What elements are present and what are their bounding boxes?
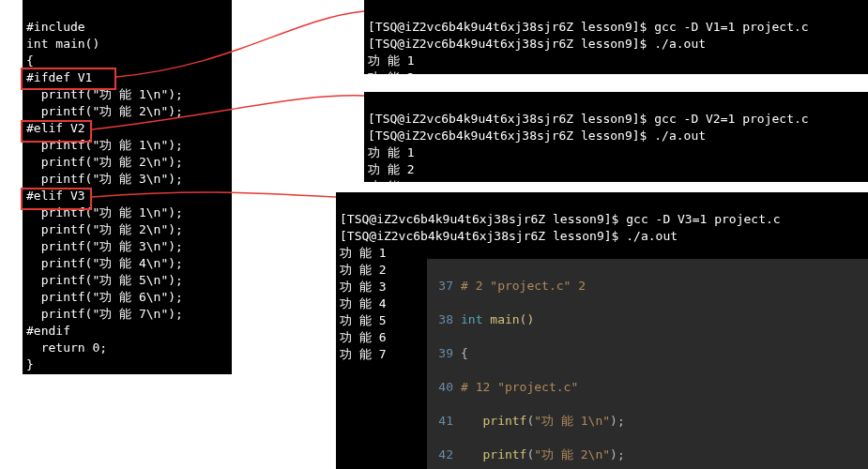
output-line: 功 能 2 <box>368 162 414 176</box>
command: ./a.out <box>654 129 706 143</box>
output-line: 功 能 1 <box>368 145 414 159</box>
output-line: 功 能 2 <box>340 263 386 277</box>
command: gcc -D V2=1 project.c <box>654 112 808 126</box>
command: ./a.out <box>654 37 706 51</box>
editor-line: 38int main() <box>427 311 868 328</box>
source-code-panel: #include int main() { #ifdef V1 printf("… <box>23 0 232 374</box>
prompt: [TSQ@iZ2vc6b4k9u4t6xj38sjr6Z lesson9]$ <box>340 229 626 243</box>
output-line: 功 能 5 <box>340 313 386 327</box>
output-line: 功 能 7 <box>340 347 386 361</box>
output-line: 功 能 2 <box>368 70 414 84</box>
command: gcc -D V3=1 project.c <box>626 212 780 226</box>
prompt: [TSQ@iZ2vc6b4k9u4t6xj38sjr6Z lesson9]$ <box>368 37 654 51</box>
preprocessed-editor: 37# 2 "project.c" 2 38int main() 39{ 40#… <box>427 259 868 469</box>
output-line: 功 能 3 <box>368 179 414 193</box>
output-line: 功 能 4 <box>340 296 386 310</box>
prompt: [TSQ@iZ2vc6b4k9u4t6xj38sjr6Z lesson9]$ <box>368 129 654 143</box>
editor-line: 40# 12 "project.c" <box>427 379 868 396</box>
editor-line: 39{ <box>427 345 868 362</box>
output-line: 功 能 6 <box>340 330 386 344</box>
prompt: [TSQ@iZ2vc6b4k9u4t6xj38sjr6Z lesson9]$ <box>368 20 654 34</box>
output-line: 功 能 3 <box>340 280 386 294</box>
prompt: [TSQ@iZ2vc6b4k9u4t6xj38sjr6Z lesson9]$ <box>340 212 626 226</box>
output-line: 功 能 1 <box>340 246 386 260</box>
command: gcc -D V1=1 project.c <box>654 20 808 34</box>
editor-line: 41 printf("功 能 1\n"); <box>427 413 868 430</box>
prompt: [TSQ@iZ2vc6b4k9u4t6xj38sjr6Z lesson9]$ <box>368 112 654 126</box>
editor-line: 42 printf("功 能 2\n"); <box>427 446 868 463</box>
command: ./a.out <box>626 229 678 243</box>
output-line: 功 能 1 <box>368 53 414 68</box>
terminal-v2: [TSQ@iZ2vc6b4k9u4t6xj38sjr6Z lesson9]$ g… <box>364 92 868 182</box>
terminal-v1: [TSQ@iZ2vc6b4k9u4t6xj38sjr6Z lesson9]$ g… <box>364 0 868 74</box>
editor-line: 37# 2 "project.c" 2 <box>427 278 868 295</box>
